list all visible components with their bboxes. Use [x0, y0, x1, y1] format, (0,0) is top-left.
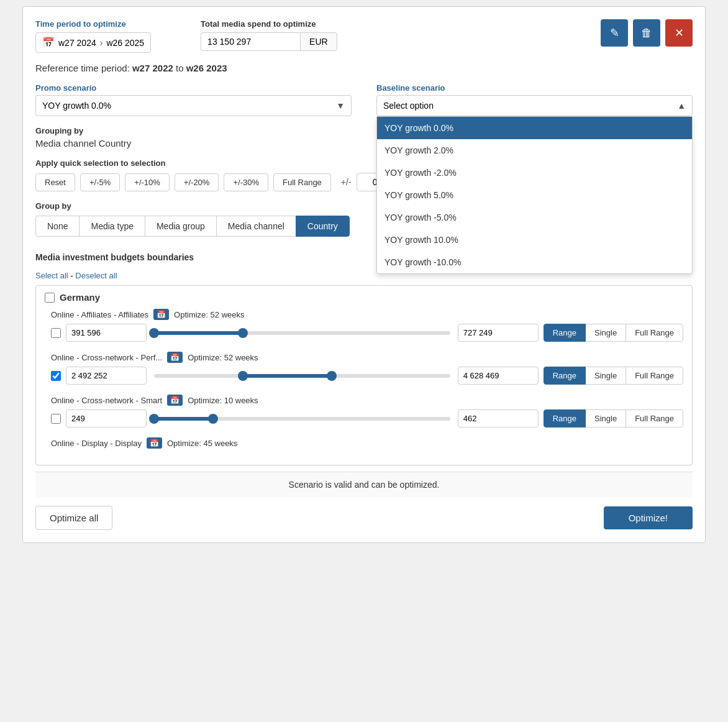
optimize-button[interactable]: Optimize! [604, 506, 693, 529]
channel-crossnet-perf: Online - Cross-network - Perf... 📅 Optim… [45, 352, 683, 385]
crossnet-smart-range-btn[interactable]: Range [544, 409, 586, 427]
gb-none[interactable]: None [35, 216, 80, 237]
crossnet-smart-thumb-right[interactable] [208, 414, 218, 424]
crossnet-perf-weeks: Optimize: 52 weeks [188, 353, 258, 362]
gb-media-channel[interactable]: Media channel [216, 216, 296, 237]
crossnet-perf-range-btns: Range Single Full Range [544, 367, 683, 385]
affiliates-cal-icon: 📅 [153, 309, 169, 320]
currency-box: EUR [300, 32, 337, 51]
gb-media-type[interactable]: Media type [79, 216, 145, 237]
full-range-button[interactable]: Full Range [273, 173, 331, 191]
reset-button[interactable]: Reset [35, 173, 75, 191]
germany-label: Germany [60, 292, 100, 303]
time-period-section: Time period to optimize 📅 w27 2024 › w26… [35, 19, 151, 53]
crossnet-perf-name: Online - Cross-network - Perf... [51, 353, 162, 362]
crossnet-perf-thumb-left[interactable] [238, 371, 248, 381]
crossnet-smart-max[interactable] [458, 409, 539, 427]
channel-crossnet-smart: Online - Cross-network - Smart 📅 Optimiz… [45, 395, 683, 427]
bottom-bar: Optimize all Optimize! [35, 506, 693, 530]
baseline-option-0[interactable]: YOY growth 0.0% [377, 117, 692, 139]
top-row: Time period to optimize 📅 w27 2024 › w26… [35, 19, 693, 53]
affiliates-slider-track [154, 331, 450, 335]
total-spend-section: Total media spend to optimize EUR [201, 19, 337, 51]
affiliates-checkbox[interactable] [51, 328, 61, 338]
crossnet-smart-range-btns: Range Single Full Range [544, 409, 683, 427]
baseline-option-6[interactable]: YOY growth -10.0% [377, 251, 692, 273]
crossnet-smart-slider-container [152, 412, 453, 426]
display-cal-icon: 📅 [147, 437, 162, 449]
germany-group: Germany Online - Affiliates - Affiliates… [36, 286, 692, 465]
crossnet-perf-checkbox[interactable] [51, 371, 61, 381]
crossnet-smart-fullrange-btn[interactable]: Full Range [626, 409, 683, 427]
crossnet-smart-input-row: Range Single Full Range [51, 409, 683, 427]
budget-table: Germany Online - Affiliates - Affiliates… [35, 285, 693, 465]
deselect-all-link[interactable]: Deselect all [75, 271, 117, 280]
crossnet-perf-single-btn[interactable]: Single [585, 367, 626, 385]
pct30-button[interactable]: +/-30% [224, 173, 268, 191]
gb-country[interactable]: Country [296, 216, 350, 237]
spend-input[interactable] [201, 32, 300, 51]
ref-end: w26 2023 [186, 63, 227, 73]
crossnet-smart-cal-icon: 📅 [167, 395, 183, 406]
crossnet-smart-checkbox[interactable] [51, 414, 61, 424]
optimize-all-button[interactable]: Optimize all [35, 506, 112, 530]
affiliates-name: Online - Affiliates - Affiliates [51, 310, 148, 319]
group-header-germany: Germany [45, 292, 683, 303]
affiliates-max[interactable] [458, 324, 539, 342]
channel-display: Online - Display - Display 📅 Optimize: 4… [45, 437, 683, 449]
display-weeks: Optimize: 45 weeks [167, 439, 237, 448]
crossnet-smart-thumb-left[interactable] [149, 414, 159, 424]
crossnet-smart-min[interactable] [66, 409, 147, 427]
gb-media-group[interactable]: Media group [145, 216, 217, 237]
pct5-button[interactable]: +/-5% [80, 173, 120, 191]
select-all-link[interactable]: Select all [35, 271, 68, 280]
affiliates-fullrange-btn[interactable]: Full Range [626, 324, 683, 342]
crossnet-perf-slider-fill [243, 374, 332, 378]
baseline-dropdown[interactable]: Select option ▲ [376, 95, 693, 116]
status-bar: Scenario is valid and can be optimized. [35, 472, 693, 497]
display-label: Online - Display - Display 📅 Optimize: 4… [51, 437, 683, 449]
close-button[interactable]: ✕ [665, 19, 693, 47]
affiliates-slider-container [152, 326, 453, 340]
edit-button[interactable]: ✎ [601, 19, 628, 47]
crossnet-smart-weeks: Optimize: 10 weeks [188, 396, 258, 405]
baseline-section: Baseline scenario Select option ▲ YOY gr… [376, 83, 693, 116]
scenario-row: Promo scenario YOY growth 0.0% ▼ Baselin… [35, 83, 693, 116]
crossnet-smart-label: Online - Cross-network - Smart 📅 Optimiz… [51, 395, 683, 406]
affiliates-range-btn[interactable]: Range [544, 324, 586, 342]
time-row: 📅 w27 2024 › w26 2025 [35, 32, 151, 53]
affiliates-single-btn[interactable]: Single [585, 324, 626, 342]
baseline-option-3[interactable]: YOY growth 5.0% [377, 184, 692, 206]
pct10-button[interactable]: +/-10% [125, 173, 170, 191]
affiliates-thumb-left[interactable] [149, 328, 159, 338]
baseline-placeholder: Select option [383, 101, 434, 111]
delete-button[interactable]: 🗑 [633, 19, 660, 47]
crossnet-smart-single-btn[interactable]: Single [585, 409, 626, 427]
affiliates-thumb-right[interactable] [238, 328, 248, 338]
promo-selected: YOY growth 0.0% [42, 101, 111, 111]
affiliates-slider-fill [154, 331, 243, 335]
end-period: w26 2025 [106, 38, 144, 48]
baseline-option-1[interactable]: YOY growth 2.0% [377, 139, 692, 162]
crossnet-perf-thumb-right[interactable] [327, 371, 337, 381]
plus-minus-label: +/- [341, 177, 352, 187]
crossnet-perf-fullrange-btn[interactable]: Full Range [626, 367, 683, 385]
affiliates-min[interactable] [66, 324, 147, 342]
crossnet-perf-max[interactable] [458, 367, 539, 385]
baseline-option-2[interactable]: YOY growth -2.0% [377, 162, 692, 184]
promo-label: Promo scenario [35, 83, 352, 93]
crossnet-perf-min[interactable] [66, 367, 147, 385]
baseline-option-5[interactable]: YOY growth 10.0% [377, 229, 692, 251]
promo-arrow-icon: ▼ [336, 101, 345, 111]
crossnet-perf-label: Online - Cross-network - Perf... 📅 Optim… [51, 352, 683, 363]
promo-dropdown[interactable]: YOY growth 0.0% ▼ [35, 95, 352, 116]
pct20-button[interactable]: +/-20% [175, 173, 219, 191]
crossnet-perf-range-btn[interactable]: Range [544, 367, 586, 385]
budget-section: Media investment budgets boundaries 📄↑ 📄… [35, 247, 693, 465]
germany-checkbox[interactable] [45, 293, 55, 303]
affiliates-range-btns: Range Single Full Range [544, 324, 683, 342]
baseline-option-4[interactable]: YOY growth -5.0% [377, 206, 692, 229]
status-message: Scenario is valid and can be optimized. [289, 480, 440, 490]
time-period-label: Time period to optimize [35, 19, 151, 29]
baseline-arrow-icon: ▲ [677, 101, 686, 111]
